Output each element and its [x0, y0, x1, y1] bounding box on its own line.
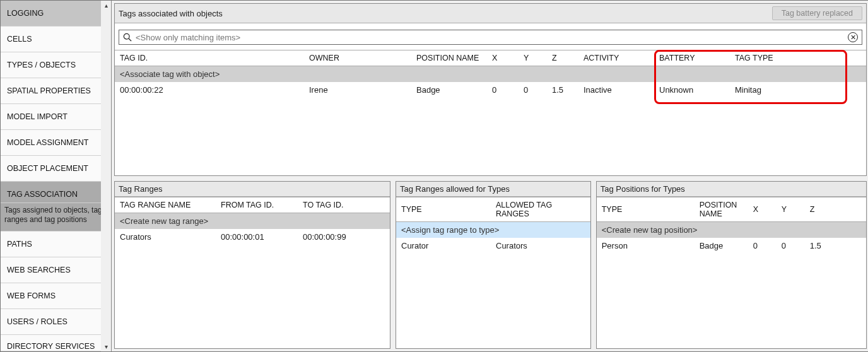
col-owner[interactable]: OWNER [309, 54, 416, 62]
col-allowed-ranges[interactable]: ALLOWED TAG RANGES [496, 201, 584, 218]
cell-position: Badge [700, 241, 753, 250]
cell-type: Curator [401, 241, 496, 250]
table-header: TYPE POSITION NAME X Y Z [597, 197, 866, 222]
svg-line-1 [129, 38, 131, 41]
sidebar-item-label: TAG ASSOCIATION [7, 190, 78, 199]
svg-point-0 [124, 33, 129, 39]
tag-ranges-allowed-panel: Tag Ranges allowed for Types TYPE ALLOWE… [396, 181, 591, 349]
cell-y: 0 [782, 241, 810, 250]
associate-tag-placeholder[interactable]: <Associate tag with object> [115, 66, 866, 82]
table-row[interactable]: Curator Curators [396, 238, 590, 254]
tag-ranges-table: TAG RANGE NAME FROM TAG ID. TO TAG ID. <… [115, 197, 390, 348]
col-z[interactable]: Z [810, 205, 838, 214]
sidebar-item-web-searches[interactable]: WEB SEARCHES [1, 257, 111, 283]
cell-x: 0 [492, 85, 524, 95]
sidebar-item-label: PATHS [7, 240, 32, 249]
sidebar-scrollbar[interactable]: ▴ ▾ [101, 1, 111, 351]
search-icon [123, 33, 132, 42]
col-position-name[interactable]: POSITION NAME [416, 54, 492, 62]
sidebar-item-label: WEB SEARCHES [7, 266, 71, 274]
cell-x: 0 [753, 241, 782, 250]
assign-tag-range-placeholder[interactable]: <Assign tag range to type> [396, 222, 590, 238]
search-input[interactable]: <Show only matching items> ✕ [119, 30, 862, 45]
cell-position: Badge [416, 85, 492, 95]
sidebar-item-label: MODEL ASSIGNMENT [7, 138, 88, 147]
col-type[interactable]: TYPE [401, 205, 496, 214]
col-tag-type[interactable]: TAG TYPE [735, 54, 861, 62]
placeholder-text: <Assign tag range to type> [401, 225, 584, 235]
sidebar-item-label: LOGGING [7, 9, 44, 18]
col-from-tag-id[interactable]: FROM TAG ID. [221, 201, 303, 209]
cell-y: 0 [524, 85, 552, 95]
sidebar-item-label: TYPES / OBJECTS [7, 61, 76, 69]
sidebar-item-spatial-properties[interactable]: SPATIAL PROPERTIES [1, 78, 111, 104]
sidebar-item-label: SPATIAL PROPERTIES [7, 86, 91, 95]
search-placeholder: <Show only matching items> [136, 33, 844, 42]
clear-search-icon[interactable]: ✕ [848, 32, 858, 42]
col-y[interactable]: Y [524, 54, 552, 62]
panel-title: Tag Ranges [119, 184, 162, 194]
sidebar-item-users-roles[interactable]: USERS / ROLES [1, 309, 111, 335]
cell-range-name: Curators [120, 232, 221, 242]
sidebar-list: LOGGING CELLS TYPES / OBJECTS SPATIAL PR… [1, 1, 111, 351]
sidebar-item-logging[interactable]: LOGGING [1, 1, 111, 26]
cell-battery: Unknown [659, 85, 735, 95]
sidebar-item-description: Tags assigned to objects, tag ranges and… [1, 203, 111, 232]
col-y[interactable]: Y [782, 205, 810, 214]
create-tag-range-placeholder[interactable]: <Create new tag range> [115, 213, 390, 229]
sidebar-item-label: WEB FORMS [7, 291, 56, 300]
sidebar-item-web-forms[interactable]: WEB FORMS [1, 283, 111, 309]
tag-ranges-panel: Tag Ranges TAG RANGE NAME FROM TAG ID. T… [114, 181, 390, 349]
panel-header: Tag Ranges allowed for Types [396, 182, 590, 197]
sidebar-item-label: CELLS [7, 35, 32, 44]
col-battery[interactable]: BATTERY [659, 54, 735, 62]
col-tag-id[interactable]: TAG ID. [120, 54, 309, 62]
positions-table: TYPE POSITION NAME X Y Z <Create new tag… [597, 197, 866, 348]
cell-from-tag: 00:00:00:01 [221, 232, 303, 242]
table-header: TAG RANGE NAME FROM TAG ID. TO TAG ID. [115, 197, 390, 213]
panel-header: Tags associated with objects Tag battery… [115, 4, 866, 23]
col-position-name[interactable]: POSITION NAME [700, 201, 753, 218]
sidebar-item-model-import[interactable]: MODEL IMPORT [1, 104, 111, 130]
sidebar-item-directory-services[interactable]: DIRECTORY SERVICES [1, 335, 111, 351]
table-row[interactable]: 00:00:00:22 Irene Badge 0 0 1.5 Inactive… [115, 82, 866, 98]
panel-title: Tag Positions for Types [601, 184, 685, 194]
sidebar-item-tag-association[interactable]: TAG ASSOCIATION [1, 182, 111, 203]
create-tag-position-placeholder[interactable]: <Create new tag position> [597, 222, 866, 238]
scroll-up-icon[interactable]: ▴ [105, 1, 108, 10]
cell-type: Person [602, 241, 700, 250]
cell-to-tag: 00:00:00:99 [303, 232, 385, 242]
cell-tag-type: Minitag [735, 85, 861, 95]
sidebar-item-object-placement[interactable]: OBJECT PLACEMENT [1, 156, 111, 182]
cell-owner: Irene [309, 85, 416, 95]
tag-positions-panel: Tag Positions for Types TYPE POSITION NA… [596, 181, 867, 349]
sidebar-item-label: OBJECT PLACEMENT [7, 164, 88, 173]
allowed-table: TYPE ALLOWED TAG RANGES <Assign tag rang… [396, 197, 590, 348]
col-x[interactable]: X [753, 205, 782, 214]
table-row[interactable]: Person Badge 0 0 1.5 [597, 238, 866, 254]
tags-table: TAG ID. OWNER POSITION NAME X Y Z ACTIVI… [115, 50, 866, 175]
cell-ranges: Curators [496, 241, 584, 250]
cell-z: 1.5 [552, 85, 584, 95]
col-activity[interactable]: ACTIVITY [584, 54, 659, 62]
sidebar-item-types-objects[interactable]: TYPES / OBJECTS [1, 52, 111, 78]
col-to-tag-id[interactable]: TO TAG ID. [303, 201, 385, 209]
col-z[interactable]: Z [552, 54, 584, 62]
sidebar-item-label: USERS / ROLES [7, 317, 67, 326]
sidebar-item-cells[interactable]: CELLS [1, 26, 111, 52]
sidebar-item-model-assignment[interactable]: MODEL ASSIGNMENT [1, 130, 111, 156]
cell-z: 1.5 [810, 241, 838, 250]
table-header: TYPE ALLOWED TAG RANGES [396, 197, 590, 222]
col-type[interactable]: TYPE [602, 205, 700, 214]
placeholder-text: <Create new tag position> [602, 225, 838, 235]
col-x[interactable]: X [492, 54, 524, 62]
panel-header: Tag Positions for Types [597, 182, 866, 197]
sidebar-item-paths[interactable]: PATHS [1, 232, 111, 257]
table-row[interactable]: Curators 00:00:00:01 00:00:00:99 [115, 229, 390, 245]
tags-associated-panel: Tags associated with objects Tag battery… [114, 3, 867, 176]
col-tag-range-name[interactable]: TAG RANGE NAME [120, 201, 221, 209]
sidebar: LOGGING CELLS TYPES / OBJECTS SPATIAL PR… [1, 1, 112, 351]
panel-header: Tag Ranges [115, 182, 390, 197]
placeholder-text: <Create new tag range> [120, 216, 385, 226]
scroll-down-icon[interactable]: ▾ [105, 342, 108, 351]
